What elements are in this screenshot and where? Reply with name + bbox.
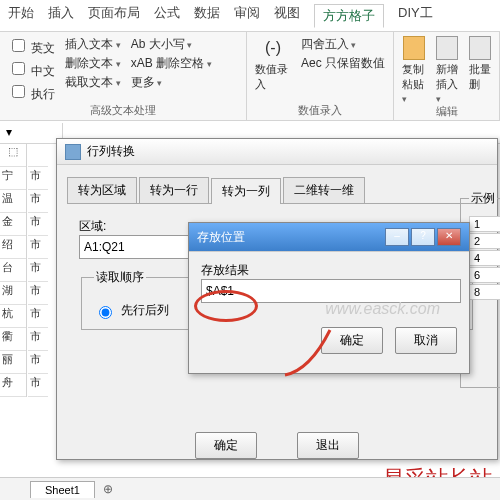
add-sheet-icon[interactable]: ⊕ <box>103 482 113 496</box>
tab-layout[interactable]: 页面布局 <box>88 4 140 27</box>
btn-cut-text[interactable]: 截取文本 <box>65 74 121 91</box>
legend-order: 读取顺序 <box>94 269 146 286</box>
cell[interactable]: 舟 <box>0 374 26 397</box>
cell[interactable]: 杭 <box>0 305 26 328</box>
label-result: 存放结果 <box>201 262 457 279</box>
btn-round[interactable]: 四舍五入 <box>301 36 385 53</box>
btn-dlg2-ok[interactable]: 确定 <box>321 327 383 354</box>
chk-exec[interactable]: 执行 <box>8 82 55 103</box>
help-icon[interactable]: ? <box>411 228 435 246</box>
sheet-tabs: Sheet1 ⊕ <box>0 477 500 500</box>
cell[interactable]: 湖 <box>0 282 26 305</box>
cell[interactable]: 丽 <box>0 351 26 374</box>
tab-insert[interactable]: 插入 <box>48 4 74 27</box>
btn-more[interactable]: 更多 <box>131 74 212 91</box>
grid-icon <box>436 36 458 60</box>
btn-newinsert[interactable]: 新增插入 <box>436 36 460 104</box>
dialog-titlebar[interactable]: 行列转换 <box>57 139 497 165</box>
tab-formula[interactable]: 公式 <box>154 4 180 27</box>
legend-example: 示例 <box>469 190 497 207</box>
tab-to-region[interactable]: 转为区域 <box>67 177 137 203</box>
chk-en[interactable]: 英文 <box>8 36 55 57</box>
btn-insert-text[interactable]: 插入文本 <box>65 36 121 53</box>
name-box[interactable]: ▾ <box>0 123 63 141</box>
cell[interactable]: 衢 <box>0 328 26 351</box>
watermark-url: www.easck.com <box>325 300 440 318</box>
btn-keep-num[interactable]: Aec 只保留数值 <box>301 55 385 72</box>
ribbon: 英文 中文 执行 插入文本 删除文本 截取文本 Ab 大小写 xAB 删除空格 … <box>0 32 500 121</box>
dialog-tabs: 转为区域 转为一行 转为一列 二维转一维 <box>67 177 487 204</box>
app-icon <box>65 144 81 160</box>
btn-numinput[interactable]: (-)数值录入 <box>255 36 291 92</box>
tab-review[interactable]: 审阅 <box>234 4 260 27</box>
group-label-num: 数值录入 <box>255 103 385 118</box>
cell[interactable]: 宁 <box>0 167 26 190</box>
cell[interactable]: 温 <box>0 190 26 213</box>
group-label-text: 高级文本处理 <box>8 103 238 118</box>
btn-copypaste[interactable]: 复制粘贴 <box>402 36 426 104</box>
btn-case[interactable]: Ab 大小写 <box>131 36 212 53</box>
chk-cn[interactable]: 中文 <box>8 59 55 80</box>
ribbon-tabs: 开始 插入 页面布局 公式 数据 审阅 视图 方方格子 DIY工 <box>0 0 500 32</box>
grid2-icon <box>469 36 491 60</box>
cell[interactable]: 绍 <box>0 236 26 259</box>
tab-start[interactable]: 开始 <box>8 4 34 27</box>
group-label-edit: 编辑 <box>402 104 491 119</box>
dialog2-titlebar[interactable]: 存放位置 – ? ✕ <box>189 223 469 252</box>
cell[interactable]: 台 <box>0 259 26 282</box>
tab-diy[interactable]: DIY工 <box>398 4 433 27</box>
btn-dlg1-ok[interactable]: 确定 <box>195 432 257 459</box>
tab-data[interactable]: 数据 <box>194 4 220 27</box>
sheet-tab-1[interactable]: Sheet1 <box>30 481 95 498</box>
btn-batchdel[interactable]: 批量删 <box>469 36 491 104</box>
close-icon[interactable]: ✕ <box>437 228 461 246</box>
btn-delete-text[interactable]: 删除文本 <box>65 55 121 72</box>
tab-view[interactable]: 视图 <box>274 4 300 27</box>
cell[interactable]: 金 <box>0 213 26 236</box>
parentheses-icon: (-) <box>261 36 285 60</box>
btn-dlg1-exit[interactable]: 退出 <box>297 432 359 459</box>
clipboard-icon <box>403 36 425 60</box>
btn-trim[interactable]: xAB 删除空格 <box>131 55 212 72</box>
dialog-location: 存放位置 – ? ✕ 存放结果 确定 取消 <box>188 222 470 374</box>
tab-to-col[interactable]: 转为一列 <box>211 178 281 204</box>
tab-to-row[interactable]: 转为一行 <box>139 177 209 203</box>
btn-dlg2-cancel[interactable]: 取消 <box>395 327 457 354</box>
tab-2d-1d[interactable]: 二维转一维 <box>283 177 365 203</box>
tab-fangfang[interactable]: 方方格子 <box>314 4 384 28</box>
minimize-icon[interactable]: – <box>385 228 409 246</box>
